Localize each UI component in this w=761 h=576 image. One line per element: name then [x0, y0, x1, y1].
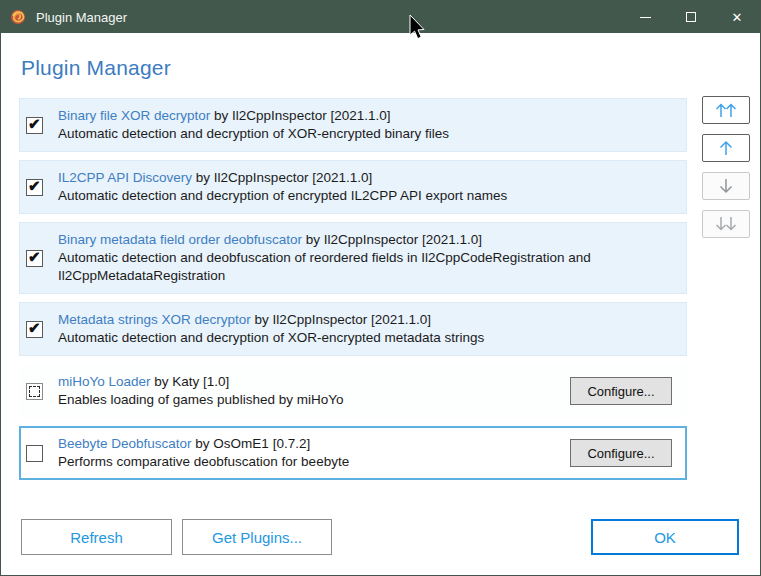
plugin-checkbox[interactable]	[26, 250, 43, 267]
plugin-title-line: Binary metadata field order deobfuscator…	[58, 231, 676, 249]
minimize-icon	[640, 17, 651, 18]
plugin-description: Automatic detection and decryption of XO…	[58, 329, 598, 347]
plugin-byline: by OsOmE1 [0.7.2]	[195, 436, 310, 451]
configure-button[interactable]: Configure...	[570, 439, 672, 467]
plugin-checkbox[interactable]	[26, 179, 43, 196]
plugin-checkbox[interactable]	[26, 383, 43, 400]
plugin-name-link[interactable]: Metadata strings XOR decryptor	[58, 312, 251, 327]
plugin-row-il2cpp-api-discovery[interactable]: IL2CPP API Discovery by Il2CppInspector …	[19, 160, 687, 214]
move-to-top-button[interactable]	[702, 96, 750, 124]
titlebar: Plugin Manager ✕	[1, 1, 760, 33]
plugin-description: Automatic detection and deobfuscation of…	[58, 249, 598, 285]
plugin-checkbox[interactable]	[26, 117, 43, 134]
plugin-byline: by Il2CppInspector [2021.1.0]	[255, 312, 431, 327]
plugin-name-link[interactable]: miHoYo Loader	[58, 374, 151, 389]
plugin-description: Automatic detection and decryption of XO…	[58, 125, 598, 143]
refresh-button[interactable]: Refresh	[21, 519, 172, 555]
plugin-description: Performs comparative deobfuscation for b…	[58, 453, 560, 471]
maximize-icon	[686, 12, 696, 22]
double-down-arrow-icon	[713, 215, 739, 233]
ok-button[interactable]: OK	[591, 519, 739, 555]
plugin-description: Automatic detection and decryption of en…	[58, 187, 598, 205]
plugin-list: Binary file XOR decryptor by Il2CppInspe…	[19, 98, 687, 480]
plugin-row-metadata-field-order[interactable]: Binary metadata field order deobfuscator…	[19, 222, 687, 294]
plugin-checkbox[interactable]	[26, 321, 43, 338]
plugin-byline: by Katy [1.0]	[154, 374, 229, 389]
plugin-title-line: Metadata strings XOR decryptor by Il2Cpp…	[58, 311, 676, 329]
plugin-description: Enables loading of games published by mi…	[58, 391, 560, 409]
plugin-title-line: IL2CPP API Discovery by Il2CppInspector …	[58, 169, 676, 187]
close-button[interactable]: ✕	[714, 1, 760, 33]
page-title: Plugin Manager	[21, 56, 171, 80]
plugin-row-mihoyo-loader[interactable]: miHoYo Loader by Katy [1.0] Enables load…	[19, 364, 687, 418]
double-up-arrow-icon	[713, 101, 739, 119]
plugin-row-metadata-strings-xor[interactable]: Metadata strings XOR decryptor by Il2Cpp…	[19, 302, 687, 356]
app-icon	[9, 8, 27, 26]
up-arrow-icon	[713, 139, 739, 157]
get-plugins-button[interactable]: Get Plugins...	[182, 519, 332, 555]
plugin-name-link[interactable]: Beebyte Deobfuscator	[58, 436, 192, 451]
window-title: Plugin Manager	[36, 10, 127, 25]
plugin-byline: by Il2CppInspector [2021.1.0]	[196, 170, 372, 185]
reorder-panel	[702, 96, 750, 238]
configure-button[interactable]: Configure...	[570, 377, 672, 405]
plugin-name-link[interactable]: Binary file XOR decryptor	[58, 108, 210, 123]
plugin-manager-window: Plugin Manager ✕ Plugin Manager Binary f…	[0, 0, 761, 576]
plugin-checkbox[interactable]	[26, 445, 43, 462]
plugin-title-line: miHoYo Loader by Katy [1.0]	[58, 373, 560, 391]
plugin-name-link[interactable]: Binary metadata field order deobfuscator	[58, 232, 302, 247]
plugin-row-binary-file-xor[interactable]: Binary file XOR decryptor by Il2CppInspe…	[19, 98, 687, 152]
maximize-button[interactable]	[668, 1, 714, 33]
down-arrow-icon	[713, 177, 739, 195]
close-icon: ✕	[732, 11, 743, 24]
minimize-button[interactable]	[622, 1, 668, 33]
plugin-byline: by Il2CppInspector [2021.1.0]	[306, 232, 482, 247]
move-up-button[interactable]	[702, 134, 750, 162]
move-down-button[interactable]	[702, 172, 750, 200]
plugin-title-line: Beebyte Deobfuscator by OsOmE1 [0.7.2]	[58, 435, 560, 453]
move-to-bottom-button[interactable]	[702, 210, 750, 238]
plugin-name-link[interactable]: IL2CPP API Discovery	[58, 170, 192, 185]
plugin-row-beebyte-deobfuscator[interactable]: Beebyte Deobfuscator by OsOmE1 [0.7.2] P…	[19, 426, 687, 480]
plugin-title-line: Binary file XOR decryptor by Il2CppInspe…	[58, 107, 676, 125]
plugin-byline: by Il2CppInspector [2021.1.0]	[214, 108, 390, 123]
